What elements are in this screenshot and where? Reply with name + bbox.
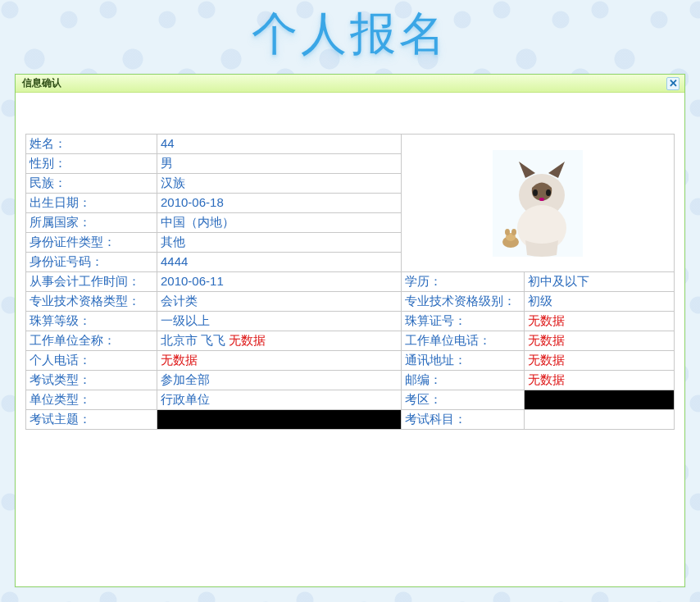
examtype-label: 考试类型： (26, 371, 157, 390)
ethnic-label: 民族： (26, 174, 157, 194)
photo-cell (402, 135, 675, 272)
unit-value: 北京市 飞飞 无数据 (157, 331, 402, 351)
unit-prefix: 北京市 飞飞 (161, 333, 225, 347)
table-row: 姓名： 44 (26, 135, 675, 154)
abacuscert-label: 珠算证号： (402, 312, 525, 331)
table-row: 工作单位全称： 北京市 飞飞 无数据 工作单位电话： 无数据 (26, 331, 675, 351)
table-row: 考试类型： 参加全部 邮编： 无数据 (26, 371, 675, 390)
worktime-label: 从事会计工作时间： (26, 272, 157, 292)
name-label: 姓名： (26, 135, 157, 154)
idnum-value: 4444 (157, 253, 402, 272)
post-value: 无数据 (525, 371, 675, 390)
table-row: 单位类型： 行政单位 考区： (26, 390, 675, 410)
info-table: 姓名： 44 (25, 134, 675, 430)
panel-header: 信息确认 ✕ (16, 75, 684, 93)
area-value (525, 390, 675, 410)
qualtype-value: 会计类 (157, 292, 402, 312)
personaltel-value: 无数据 (157, 351, 402, 371)
idtype-value: 其他 (157, 233, 402, 253)
country-value: 中国（内地） (157, 213, 402, 233)
subject-value (525, 410, 675, 430)
name-value: 44 (157, 135, 402, 154)
table-row: 珠算等级： 一级以上 珠算证号： 无数据 (26, 312, 675, 331)
idnum-label: 身份证号码： (26, 253, 157, 272)
svg-point-8 (505, 229, 510, 235)
close-icon[interactable]: ✕ (666, 77, 680, 90)
table-row: 从事会计工作时间： 2010-06-11 学历： 初中及以下 (26, 272, 675, 292)
unit-nodata: 无数据 (229, 333, 266, 347)
table-row: 专业技术资格类型： 会计类 专业技术资格级别： 初级 (26, 292, 675, 312)
subject-label: 考试科目： (402, 410, 525, 430)
abacus-value: 一级以上 (157, 312, 402, 331)
photo-icon (493, 150, 583, 257)
birth-value: 2010-06-18 (157, 194, 402, 213)
abacus-label: 珠算等级： (26, 312, 157, 331)
table-row: 个人电话： 无数据 通讯地址： 无数据 (26, 351, 675, 371)
idtype-label: 身份证件类型： (26, 233, 157, 253)
unittel-label: 工作单位电话： (402, 331, 525, 351)
gender-value: 男 (157, 154, 402, 174)
page-title: 个人报名 (0, 0, 700, 67)
panel-body: 姓名： 44 (16, 93, 684, 440)
examtype-value: 参加全部 (157, 371, 402, 390)
abacuscert-value: 无数据 (525, 312, 675, 331)
addr-value: 无数据 (525, 351, 675, 371)
topic-label: 考试主题： (26, 410, 157, 430)
topic-value (157, 410, 402, 430)
panel-title: 信息确认 (22, 76, 61, 90)
gender-label: 性别： (26, 154, 157, 174)
svg-point-9 (511, 229, 516, 235)
unittype-label: 单位类型： (26, 390, 157, 410)
birth-label: 出生日期： (26, 194, 157, 213)
qualtype-label: 专业技术资格类型： (26, 292, 157, 312)
addr-label: 通讯地址： (402, 351, 525, 371)
confirm-panel: 信息确认 ✕ 姓名： 44 (15, 74, 685, 587)
worktime-value: 2010-06-11 (157, 272, 402, 292)
quallevel-label: 专业技术资格级别： (402, 292, 525, 312)
unittype-value: 行政单位 (157, 390, 402, 410)
svg-point-4 (546, 189, 551, 196)
ethnic-value: 汉族 (157, 174, 402, 194)
edu-label: 学历： (402, 272, 525, 292)
unit-label: 工作单位全称： (26, 331, 157, 351)
personaltel-label: 个人电话： (26, 351, 157, 371)
post-label: 邮编： (402, 371, 525, 390)
quallevel-value: 初级 (525, 292, 675, 312)
unittel-value: 无数据 (525, 331, 675, 351)
svg-point-3 (533, 189, 538, 196)
svg-point-5 (539, 198, 544, 201)
country-label: 所属国家： (26, 213, 157, 233)
edu-value: 初中及以下 (525, 272, 675, 292)
table-row: 考试主题： 考试科目： (26, 410, 675, 430)
area-label: 考区： (402, 390, 525, 410)
